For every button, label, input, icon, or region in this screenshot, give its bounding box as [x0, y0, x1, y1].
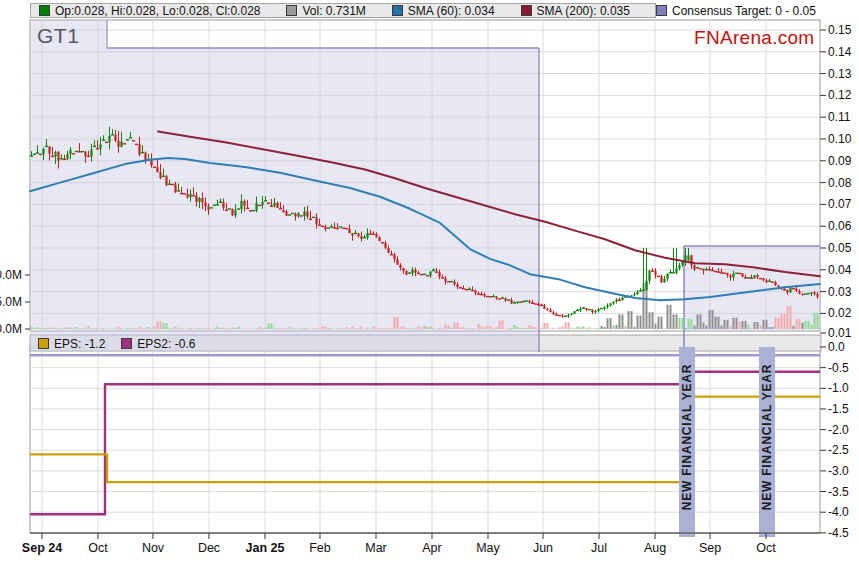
- svg-text:0.0M: 0.0M: [0, 322, 22, 336]
- svg-text:0.03: 0.03: [828, 285, 852, 299]
- month-tick-label: Sep 24: [22, 541, 62, 555]
- legend-item-sma200: SMA (200): 0.035: [521, 4, 630, 18]
- svg-text:10.0M: 10.0M: [0, 268, 22, 282]
- svg-text:0.10: 0.10: [828, 132, 852, 146]
- svg-text:0.0: 0.0: [828, 340, 845, 354]
- svg-text:0.07: 0.07: [828, 197, 852, 211]
- legend-item-ohlc: Op:0.028, Hi:0.028, Lo:0.028, Cl:0.028: [39, 4, 260, 18]
- eps-swatch-icon: [38, 338, 49, 349]
- month-tick-label: May: [476, 541, 500, 555]
- svg-text:5.0M: 5.0M: [0, 295, 22, 309]
- month-tick-label: Aug: [644, 541, 666, 555]
- eps-legend-bar: EPS: -1.2 EPS2: -0.6: [30, 336, 821, 351]
- svg-text:-1.0: -1.0: [828, 381, 849, 395]
- month-tick-label: Feb: [309, 541, 331, 555]
- sma60-value: SMA (60): 0.034: [408, 4, 495, 18]
- svg-text:0.08: 0.08: [828, 176, 852, 190]
- svg-text:-4.0: -4.0: [828, 505, 849, 519]
- price-legend-bar: Op:0.028, Hi:0.028, Lo:0.028, Cl:0.028 V…: [30, 3, 656, 18]
- new-financial-year-band-label: NEW FINANCIAL YEAR: [680, 364, 694, 511]
- svg-text:0.11: 0.11: [828, 110, 851, 124]
- month-tick-label: Oct: [756, 541, 776, 555]
- svg-text:0.12: 0.12: [828, 88, 852, 102]
- svg-text:-3.0: -3.0: [828, 464, 849, 478]
- legend-item-sma60: SMA (60): 0.034: [392, 4, 495, 18]
- svg-text:0.05: 0.05: [828, 241, 852, 255]
- svg-text:0.13: 0.13: [828, 67, 852, 81]
- legend-item-volume: Vol: 0.731M: [286, 4, 365, 18]
- new-financial-year-band-label: NEW FINANCIAL YEAR: [760, 364, 774, 511]
- month-tick-label: Jan 25: [246, 541, 285, 555]
- month-tick-label: Dec: [198, 541, 220, 555]
- svg-text:0.14: 0.14: [828, 45, 852, 59]
- month-tick-label: Oct: [88, 541, 108, 555]
- price-chart: NEW FINANCIAL YEARNEW FINANCIAL YEAR0.15…: [0, 0, 859, 566]
- svg-text:0.02: 0.02: [828, 306, 852, 320]
- eps2-swatch-icon: [121, 338, 132, 349]
- svg-text:0.09: 0.09: [828, 154, 852, 168]
- eps2-value: EPS2: -0.6: [137, 337, 195, 351]
- month-tick-label: Mar: [365, 541, 387, 555]
- fnarena-logo[interactable]: FNArena.com: [694, 27, 815, 49]
- svg-text:-3.5: -3.5: [828, 485, 849, 499]
- svg-text:-2.5: -2.5: [828, 443, 849, 457]
- svg-text:0.04: 0.04: [828, 263, 852, 277]
- svg-text:-2.0: -2.0: [828, 423, 849, 437]
- sma60-swatch-icon: [392, 5, 403, 16]
- legend-item-eps2: EPS2: -0.6: [121, 337, 195, 351]
- month-tick-label: Nov: [142, 541, 165, 555]
- sma200-swatch-icon: [521, 5, 532, 16]
- legend-item-eps: EPS: -1.2: [38, 337, 105, 351]
- svg-text:-1.5: -1.5: [828, 402, 849, 416]
- month-tick-label: Sep: [699, 541, 721, 555]
- ohlc-swatch-icon: [39, 5, 50, 16]
- volume-value: Vol: 0.731M: [302, 4, 365, 18]
- month-tick-label: Jul: [591, 541, 607, 555]
- ohlc-values: Op:0.028, Hi:0.028, Lo:0.028, Cl:0.028: [55, 4, 260, 18]
- stock-chart-page: NEW FINANCIAL YEARNEW FINANCIAL YEAR0.15…: [0, 0, 859, 566]
- month-tick-label: Jun: [533, 541, 553, 555]
- svg-text:-4.5: -4.5: [828, 526, 849, 540]
- svg-text:0.01: 0.01: [828, 326, 852, 340]
- ticker-symbol: GT1: [37, 24, 79, 48]
- legend-item-consensus-target: Consensus Target: 0 - 0.05: [656, 4, 816, 18]
- month-tick-label: Apr: [422, 541, 441, 555]
- consensus-target-value: Consensus Target: 0 - 0.05: [672, 4, 816, 18]
- consensus-swatch-icon: [656, 5, 667, 16]
- sma200-value: SMA (200): 0.035: [537, 4, 630, 18]
- svg-text:-0.5: -0.5: [828, 361, 849, 375]
- svg-text:0.06: 0.06: [828, 219, 852, 233]
- eps-value: EPS: -1.2: [54, 337, 105, 351]
- volume-swatch-icon: [286, 5, 297, 16]
- svg-text:0.15: 0.15: [828, 23, 852, 37]
